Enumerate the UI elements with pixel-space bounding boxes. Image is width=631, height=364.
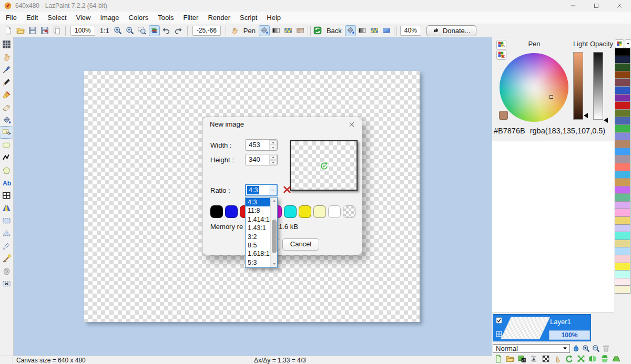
menu-view[interactable]: View: [72, 13, 96, 23]
menu-edit[interactable]: Edit: [22, 13, 43, 23]
blend-mode-select[interactable]: Normal: [493, 344, 570, 353]
add-to-palette-button[interactable]: [496, 40, 506, 50]
palette-color[interactable]: [615, 117, 630, 125]
eraser-tool[interactable]: [1, 101, 13, 113]
polyline-tool[interactable]: [1, 151, 13, 164]
fill-gradient-button[interactable]: [357, 25, 368, 36]
preset-color-swatch[interactable]: [210, 205, 223, 218]
palette-color[interactable]: [615, 48, 630, 56]
fill-texture-button[interactable]: [369, 25, 380, 36]
ratio-option[interactable]: 5:3: [246, 258, 270, 267]
palette-color[interactable]: [615, 247, 630, 255]
palette-color[interactable]: [615, 216, 630, 225]
brush-select-tool[interactable]: [1, 252, 13, 265]
merge-layer-down-button[interactable]: [528, 353, 539, 363]
zoom-in-button[interactable]: [113, 25, 124, 36]
flip-vertical-button[interactable]: [599, 353, 610, 363]
rotate-select-tool[interactable]: [1, 277, 13, 290]
cursor-pos[interactable]: -25,-66: [192, 26, 221, 36]
donate-button[interactable]: Donate...: [426, 25, 476, 36]
hand-button[interactable]: [229, 25, 240, 36]
fill-solid-button[interactable]: [345, 25, 356, 36]
palette-color[interactable]: [615, 56, 630, 64]
light-slider-handle[interactable]: [584, 113, 588, 118]
dropdown-scrollbar[interactable]: [270, 197, 277, 267]
preset-color-swatch[interactable]: [225, 205, 238, 218]
perspective-layer-button[interactable]: [611, 353, 622, 363]
zoom-out-button[interactable]: [125, 25, 136, 36]
undo-button[interactable]: [161, 25, 172, 36]
height-value[interactable]: 340: [249, 155, 260, 163]
palette-color[interactable]: [615, 209, 630, 217]
layer-stack-button[interactable]: [149, 25, 160, 36]
menu-file[interactable]: File: [1, 13, 22, 23]
minimize-button[interactable]: [562, 0, 585, 12]
stretch-layer-button[interactable]: [576, 353, 586, 363]
layer-checker-button[interactable]: [541, 353, 551, 363]
zoom-fit-button[interactable]: [137, 25, 148, 36]
palette-color[interactable]: [615, 109, 630, 118]
height-spin-up[interactable]: [269, 155, 277, 160]
preset-color-swatch[interactable]: [328, 205, 341, 218]
menu-render[interactable]: Render: [203, 13, 235, 23]
scroll-up-icon[interactable]: [271, 197, 278, 204]
fill-gradient-button[interactable]: [271, 25, 282, 36]
palette-color[interactable]: [615, 86, 630, 95]
close-button[interactable]: [608, 0, 631, 12]
palette-color[interactable]: [615, 285, 630, 294]
palette-color[interactable]: [615, 201, 630, 210]
current-color-swatch[interactable]: [499, 111, 508, 120]
zoom-level[interactable]: 100%: [70, 26, 95, 36]
brush-tool[interactable]: [1, 88, 13, 101]
opacity-slider-handle[interactable]: [604, 118, 608, 123]
menu-image[interactable]: Image: [95, 13, 124, 23]
maximize-button[interactable]: [585, 0, 608, 12]
fill-solid-button[interactable]: [259, 25, 270, 36]
open-folder-button[interactable]: [15, 25, 26, 36]
palette-color[interactable]: [615, 186, 630, 194]
opacity-slider[interactable]: [593, 52, 603, 120]
palette-color[interactable]: [615, 193, 630, 202]
text-tool[interactable]: Ab: [1, 176, 13, 189]
preset-color-swatch[interactable]: [343, 205, 355, 218]
ratio-option[interactable]: 4:3: [246, 198, 270, 206]
palette-color[interactable]: [615, 255, 630, 263]
picker-tool[interactable]: [1, 63, 13, 76]
palette-color[interactable]: [615, 270, 630, 278]
blend-droplet-button[interactable]: [571, 344, 581, 353]
zoom-in-layer-button[interactable]: [581, 344, 591, 353]
menu-colors[interactable]: Colors: [124, 13, 154, 23]
palette-menu-button[interactable]: [615, 39, 624, 48]
texture-map-tool[interactable]: [1, 202, 13, 214]
polygon-tool[interactable]: [1, 164, 13, 176]
deform-grid-tool[interactable]: [1, 189, 13, 202]
save-as-button[interactable]: [39, 25, 50, 36]
ratio-select[interactable]: 4:3: [245, 184, 278, 196]
width-spinner[interactable]: 453: [245, 139, 278, 151]
color-sample-button[interactable]: [381, 25, 392, 36]
swap-colors-button[interactable]: [312, 25, 323, 36]
palette-color[interactable]: [615, 263, 630, 271]
tolerance[interactable]: 40%: [400, 26, 421, 36]
pencil-tool[interactable]: [1, 76, 13, 88]
layer-name[interactable]: Layer1: [550, 318, 571, 326]
palette-color[interactable]: [615, 163, 630, 171]
palette-color[interactable]: [615, 178, 630, 186]
remove-from-palette-button[interactable]: [496, 50, 506, 60]
palette-color[interactable]: [615, 240, 630, 248]
texture-sample-button[interactable]: [295, 25, 306, 36]
fill-texture-button[interactable]: [283, 25, 294, 36]
flip-horizontal-button[interactable]: [587, 353, 598, 363]
save-button[interactable]: [27, 25, 38, 36]
cancel-button[interactable]: Cancel: [282, 238, 319, 251]
width-spin-down[interactable]: [269, 145, 277, 150]
grid-tool[interactable]: [1, 38, 13, 50]
palette-color[interactable]: [615, 94, 630, 102]
palette-color[interactable]: [615, 101, 630, 110]
color-wheel[interactable]: [500, 53, 568, 122]
scroll-down-icon[interactable]: [271, 261, 278, 267]
palette-color[interactable]: [615, 278, 630, 286]
ratio-option[interactable]: 8:5: [246, 241, 270, 249]
palette-color[interactable]: [615, 232, 630, 240]
new-file-button[interactable]: [3, 25, 14, 36]
